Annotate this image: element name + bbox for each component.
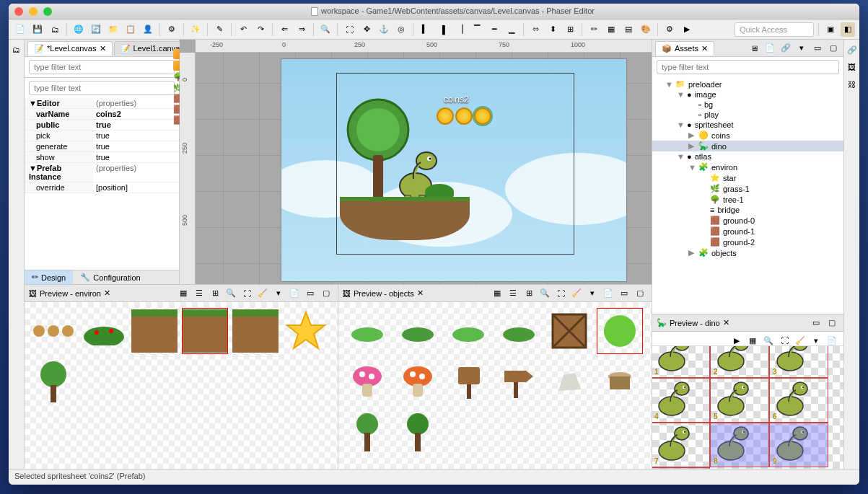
dino-frame[interactable]: 8: [710, 423, 769, 467]
undo-button[interactable]: ↶: [236, 22, 250, 37]
ground-thumb[interactable]: [131, 308, 177, 354]
bush-thumb[interactable]: [445, 308, 491, 354]
center-button[interactable]: ✥: [359, 22, 374, 37]
property-row[interactable]: showtrue: [25, 152, 179, 163]
fit-icon[interactable]: ⛶: [240, 286, 254, 301]
coin-sprite[interactable]: [437, 107, 454, 125]
user-button[interactable]: 👤: [141, 22, 155, 37]
property-row[interactable]: picktrue: [25, 131, 179, 141]
new-button[interactable]: 📄: [13, 22, 27, 37]
refresh-button[interactable]: 🔄: [89, 22, 103, 37]
tree-thumb[interactable]: [344, 409, 390, 455]
coins-group[interactable]: [437, 107, 491, 125]
atlas-view-icon[interactable]: 🖼: [845, 60, 859, 74]
dino-frame[interactable]: 6: [769, 378, 828, 423]
grass-thumb[interactable]: [81, 308, 127, 354]
editor-tab-level[interactable]: 📝*Level.canvas✕: [27, 41, 113, 56]
max-icon[interactable]: ▢: [826, 41, 841, 56]
layout-button[interactable]: ▤: [621, 22, 636, 37]
dist-h-button[interactable]: ⬄: [528, 22, 543, 37]
dist-v-button[interactable]: ⬍: [545, 22, 560, 37]
asset-item[interactable]: 🌿 grass-1: [652, 183, 843, 194]
close-icon[interactable]: ✕: [100, 44, 106, 53]
ball-thumb-selected[interactable]: [597, 308, 643, 354]
asset-item[interactable]: ▶🟡 coins: [652, 130, 843, 141]
property-row[interactable]: varNamecoins2: [25, 109, 179, 120]
pencil-button[interactable]: ✏: [587, 22, 601, 37]
zoom-window-button[interactable]: [43, 7, 52, 16]
dino-frame[interactable]: 9: [769, 423, 828, 467]
asset-item[interactable]: ▼● spritesheet: [652, 120, 843, 130]
coin-sprite[interactable]: [455, 107, 473, 125]
outline-filter-input[interactable]: [29, 60, 175, 74]
fit-icon[interactable]: ⛶: [777, 333, 792, 348]
grid-view-icon[interactable]: ▦: [490, 286, 504, 301]
clear-icon[interactable]: 🧹: [569, 286, 584, 301]
align-middle-button[interactable]: ━: [487, 22, 501, 37]
anchor-button[interactable]: ⚓: [377, 22, 391, 37]
clear-icon[interactable]: 🧹: [793, 333, 807, 348]
arrow-sign-thumb[interactable]: [496, 358, 542, 405]
fit-button[interactable]: ⛶: [342, 22, 356, 37]
dino-frame[interactable]: 10: [652, 467, 710, 469]
tree-thumb[interactable]: [395, 409, 441, 455]
dino-frame[interactable]: 3: [769, 346, 828, 378]
zoom-button[interactable]: 🔍: [318, 22, 333, 37]
align-left-button[interactable]: ▍: [418, 22, 432, 37]
dino-frame[interactable]: 5: [710, 378, 769, 423]
ground-thumb-selected[interactable]: [182, 308, 228, 354]
design-tab[interactable]: ✏ Design: [25, 270, 73, 284]
stage[interactable]: coins2: [196, 53, 652, 284]
zoom-icon[interactable]: 🔍: [761, 333, 776, 348]
back-button[interactable]: ⇐: [277, 22, 291, 37]
close-icon[interactable]: ✕: [417, 288, 424, 298]
frames-icon[interactable]: ▦: [745, 333, 760, 348]
zoom-icon[interactable]: 🔍: [224, 286, 238, 301]
stump-thumb[interactable]: [597, 358, 643, 405]
canvas-editor[interactable]: -25002505007501000 0250500: [180, 40, 652, 284]
asset-item[interactable]: ▼📁 preloader: [652, 79, 843, 89]
mushroom-thumb[interactable]: [395, 358, 441, 405]
asset-item[interactable]: ▶🦕 dino: [652, 141, 843, 151]
assets-filter-input[interactable]: [657, 60, 839, 74]
max-icon[interactable]: ▢: [825, 316, 839, 330]
align-center-h-button[interactable]: ▐: [435, 22, 450, 37]
space-button[interactable]: ⊞: [563, 22, 577, 37]
min-icon[interactable]: ▭: [617, 286, 631, 301]
redo-button[interactable]: ↷: [253, 22, 268, 37]
preview-objects-body[interactable]: [338, 302, 652, 469]
zoom-icon[interactable]: 🔍: [538, 286, 552, 301]
asset-item[interactable]: 🟫 ground-1: [652, 226, 843, 237]
tree-view-icon[interactable]: ⊞: [522, 286, 536, 301]
star-thumb[interactable]: [283, 308, 329, 354]
new-icon[interactable]: 📄: [825, 333, 839, 348]
dino-frame[interactable]: 4: [652, 378, 710, 423]
new-icon[interactable]: 📄: [763, 41, 777, 56]
property-row[interactable]: override[position]: [25, 182, 179, 193]
coin-sprite-selected[interactable]: [474, 107, 491, 125]
perspective-button[interactable]: ▣: [823, 22, 838, 37]
quick-access-input[interactable]: Quick Access: [735, 22, 814, 37]
asset-item[interactable]: 🌳 tree-1: [652, 194, 843, 205]
close-icon[interactable]: ✕: [723, 318, 729, 327]
close-icon[interactable]: ✕: [701, 44, 708, 53]
ground-thumb[interactable]: [232, 308, 279, 354]
bush-thumb[interactable]: [395, 308, 441, 354]
mushroom-thumb[interactable]: [344, 358, 390, 405]
min-icon[interactable]: ▭: [810, 41, 825, 56]
save-button[interactable]: 💾: [30, 22, 45, 37]
fit-icon[interactable]: ⛶: [553, 286, 568, 301]
target-button[interactable]: ◎: [394, 22, 408, 37]
grid-button[interactable]: ▦: [604, 22, 618, 37]
rock-thumb[interactable]: [546, 358, 592, 405]
asset-item[interactable]: ⭐ star: [652, 172, 843, 183]
dino-frame[interactable]: 7: [652, 423, 710, 467]
list-button[interactable]: 📋: [123, 22, 138, 37]
tree-thumb[interactable]: [30, 358, 76, 405]
assets-tab[interactable]: 📦Assets✕: [655, 41, 714, 56]
new-icon[interactable]: 📄: [287, 286, 302, 301]
minimize-window-button[interactable]: [29, 7, 38, 16]
folder-button[interactable]: 📁: [106, 22, 120, 37]
sign-thumb[interactable]: [445, 358, 491, 405]
tree-view-icon[interactable]: ⊞: [208, 286, 222, 301]
